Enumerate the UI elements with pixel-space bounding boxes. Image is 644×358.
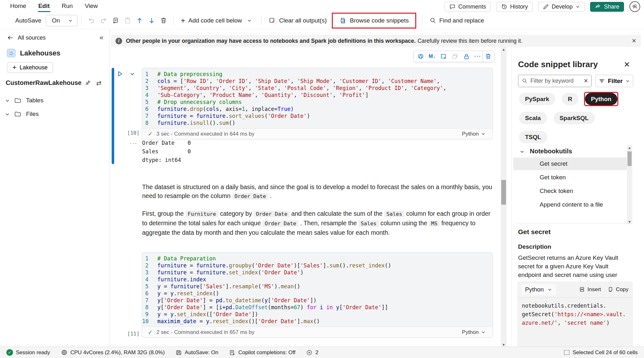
people-icon bbox=[631, 3, 638, 10]
code-cell[interactable]: 1# Data preprocessing2cols = ['Row ID', … bbox=[142, 68, 493, 139]
all-sources-back-link[interactable]: All sources bbox=[7, 34, 46, 41]
chevron-down-icon[interactable] bbox=[5, 98, 10, 103]
error-count[interactable]: 2 bbox=[306, 349, 318, 356]
menu-edit[interactable]: Edit bbox=[35, 1, 54, 11]
sidebar-item-tables[interactable]: Tables bbox=[5, 97, 43, 104]
snippet-item[interactable]: Append content to a file bbox=[513, 198, 628, 211]
autosave-status[interactable]: AutoSave: On bbox=[175, 349, 218, 356]
delete-cell-button[interactable] bbox=[158, 15, 170, 27]
chip-wrapper: PySpark bbox=[518, 92, 556, 106]
snippet-item[interactable]: Get token bbox=[513, 171, 628, 184]
notebook-scrollbar[interactable]: ▲ ▼ bbox=[501, 47, 507, 347]
cpu-icon bbox=[61, 349, 68, 356]
close-icon[interactable]: ✕ bbox=[624, 60, 630, 69]
code-line: furniture = furniture.set_index('Order D… bbox=[157, 269, 304, 276]
copy-snippet-button[interactable]: Copy bbox=[607, 286, 628, 293]
cell-language-selector[interactable]: Python bbox=[462, 131, 486, 137]
develop-button[interactable]: Develop bbox=[538, 2, 585, 12]
inline-code: Order Date bbox=[254, 211, 290, 217]
convert-to-markdown-icon[interactable]: M↓ bbox=[427, 52, 437, 61]
more-options-icon[interactable]: ··· bbox=[473, 52, 483, 61]
session-status: ✓ Session ready bbox=[6, 349, 50, 356]
chevron-down-icon bbox=[548, 287, 552, 292]
code-editor[interactable]: 1# Data Preparation2furniture = furnitur… bbox=[142, 253, 493, 327]
snippet-search-box[interactable]: ✕ bbox=[518, 75, 592, 87]
code-line: furniture.index bbox=[157, 276, 206, 283]
menu-run[interactable]: Run bbox=[58, 1, 77, 11]
code-cell[interactable]: 1# Data Preparation2furniture = furnitur… bbox=[142, 252, 493, 338]
language-chip-r[interactable]: R bbox=[562, 93, 578, 105]
move-cell-up-button[interactable] bbox=[134, 15, 146, 27]
move-cell-down-button[interactable] bbox=[146, 15, 158, 27]
language-chip-pyspark[interactable]: PySpark bbox=[519, 93, 555, 105]
copilot-icon[interactable] bbox=[416, 52, 426, 61]
snippet-item[interactable]: Get secret bbox=[513, 157, 628, 170]
comments-button[interactable]: Comments bbox=[444, 2, 491, 12]
language-chip-scala[interactable]: Scala bbox=[519, 112, 547, 124]
selection-icon bbox=[564, 350, 569, 355]
sidebar-item-files[interactable]: Files bbox=[5, 110, 39, 118]
session-ready-icon: ✓ bbox=[6, 349, 13, 356]
inline-code: MS bbox=[429, 220, 440, 227]
add-code-cell-button[interactable]: + Add code cell below bbox=[178, 14, 245, 27]
insert-snippet-button[interactable]: Insert bbox=[579, 286, 601, 293]
language-chip-sparksql[interactable]: SparkSQL bbox=[554, 112, 595, 124]
history-button[interactable]: History bbox=[496, 2, 533, 12]
find-and-replace-button[interactable]: Find and replace bbox=[426, 14, 488, 27]
autosave-toggle-dropdown[interactable]: On bbox=[46, 15, 77, 26]
share-button[interactable]: Share bbox=[590, 2, 624, 12]
run-cell-button[interactable] bbox=[116, 70, 124, 78]
scrollbar-thumb[interactable] bbox=[628, 151, 632, 166]
clear-cell-output-icon[interactable] bbox=[438, 52, 449, 61]
scroll-up-icon[interactable]: ▲ bbox=[627, 145, 632, 150]
chevron-down-icon[interactable] bbox=[129, 71, 135, 77]
language-chip-python[interactable]: Python bbox=[585, 93, 617, 105]
line-number: 6 bbox=[142, 105, 157, 112]
lakehouse-name-row[interactable]: CustomerRawLakehouse bbox=[6, 79, 91, 86]
markdown-text: The dataset is structured on a daily bas… bbox=[142, 183, 492, 199]
filter-button[interactable]: Filter bbox=[595, 75, 633, 87]
markdown-cell[interactable]: The dataset is structured on a daily bas… bbox=[142, 182, 492, 237]
close-icon[interactable]: ✕ bbox=[632, 37, 636, 44]
menu-home[interactable]: Home bbox=[6, 1, 30, 11]
snippet-group-header[interactable]: Notebookutils bbox=[520, 148, 572, 155]
switch-lakehouse-icon[interactable]: ⇄ bbox=[96, 79, 102, 87]
notebook-toolbar: AutoSave On + Add code cell below Clear … bbox=[0, 12, 644, 29]
scroll-down-icon[interactable]: ▼ bbox=[627, 219, 632, 224]
duplicate-cell-icon[interactable] bbox=[450, 52, 460, 61]
search-icon bbox=[429, 17, 436, 24]
menu-view[interactable]: View bbox=[81, 1, 102, 11]
redo-button[interactable] bbox=[97, 15, 109, 27]
cell-run-controls bbox=[116, 70, 135, 78]
account-avatar[interactable] bbox=[629, 1, 640, 12]
chevron-down-icon[interactable] bbox=[247, 18, 252, 23]
paste-cell-button[interactable] bbox=[122, 15, 134, 27]
svg-text:</>: </> bbox=[341, 19, 345, 22]
scrollbar-thumb[interactable] bbox=[501, 180, 506, 205]
code-line: y['Order Date'] = pd.to_datetime(y['Orde… bbox=[157, 297, 317, 304]
undo-button[interactable] bbox=[85, 15, 97, 27]
chevron-down-icon[interactable] bbox=[5, 112, 10, 116]
language-chip-tsql[interactable]: TSQL bbox=[519, 131, 547, 143]
scroll-up-icon[interactable]: ▲ bbox=[501, 47, 507, 52]
snippet-item[interactable]: Check token bbox=[513, 185, 628, 197]
browse-code-snippets-button[interactable]: </> Browse code snippets bbox=[336, 14, 412, 27]
output-more-options-icon[interactable]: ··· bbox=[130, 140, 137, 147]
collapse-sidebar-icon[interactable]: « bbox=[100, 34, 103, 42]
markdown-text: . Then, resample the bbox=[299, 220, 358, 227]
cell-language-selector[interactable]: Python bbox=[462, 329, 486, 336]
clear-search-icon[interactable]: ✕ bbox=[584, 78, 588, 84]
copy-cell-button[interactable] bbox=[109, 15, 122, 27]
lock-cell-icon[interactable] bbox=[461, 52, 471, 61]
snippet-language-dropdown[interactable]: Python bbox=[521, 284, 556, 295]
snippet-search-input[interactable] bbox=[530, 78, 581, 84]
add-lakehouse-button[interactable]: + Lakehouse bbox=[7, 62, 53, 73]
pin-icon[interactable] bbox=[85, 80, 91, 86]
snippet-list-scrollbar[interactable]: ▲ ▼ bbox=[627, 145, 632, 224]
snippet-list: Get secretGet tokenCheck tokenAppend con… bbox=[513, 157, 628, 212]
line-number: 5 bbox=[142, 283, 157, 290]
clear-all-outputs-button[interactable]: Clear all output(s) bbox=[265, 14, 330, 27]
delete-cell-icon[interactable] bbox=[482, 51, 494, 62]
copilot-status[interactable]: Copilot completions: Off bbox=[229, 349, 295, 356]
code-editor[interactable]: 1# Data preprocessing2cols = ['Row ID', … bbox=[142, 68, 493, 128]
